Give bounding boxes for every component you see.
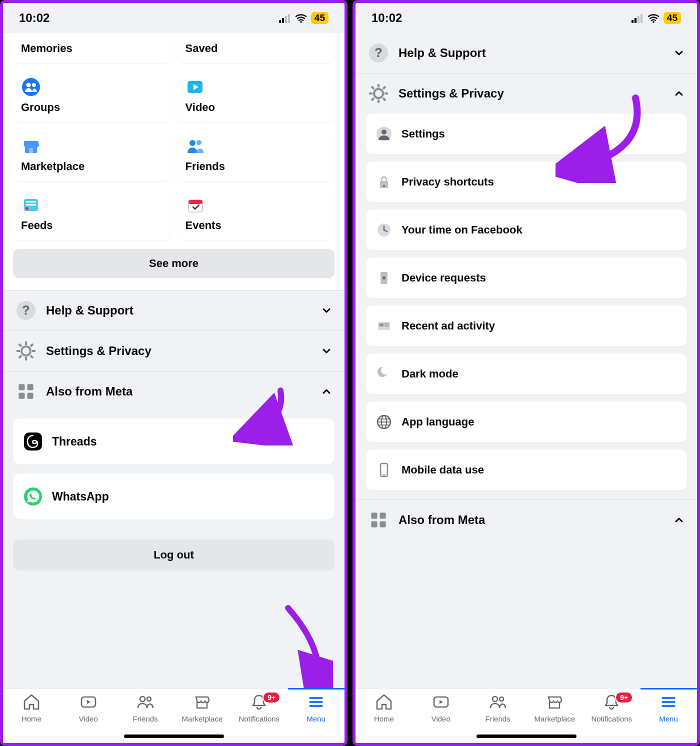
settings-item-mobile-data[interactable]: Mobile data use [366,450,687,490]
menu-icon [306,692,326,712]
status-time: 10:02 [372,11,402,25]
help-icon [15,300,37,322]
mobile-icon [376,462,392,478]
shortcut-marketplace[interactable]: Marketplace [13,129,170,181]
tab-bar: Home Video Friends Marketplace 9+Notific… [356,688,697,743]
moon-icon [376,366,392,382]
video-tab-icon [79,692,98,712]
settings-item-device-requests[interactable]: Device requests [366,258,687,298]
threads-icon [23,432,43,452]
device-icon [376,270,392,286]
cellular-icon [632,13,644,23]
settings-sublist: Settings Privacy shortcuts Your time on … [356,114,697,500]
active-tab-indicator [288,688,344,690]
marketplace-tab-icon [192,692,212,712]
memories-icon [21,34,41,40]
saved-icon [186,34,206,40]
shortcut-grid: Memories Saved Groups Video Marketplace … [3,33,344,249]
settings-item-privacy-shortcuts[interactable]: Privacy shortcuts [366,162,687,202]
avatar-icon [376,126,392,142]
shortcut-friends[interactable]: Friends [178,129,335,181]
shortcut-groups[interactable]: Groups [13,70,170,122]
shortcut-video[interactable]: Video [178,70,335,122]
home-icon [22,692,41,712]
settings-privacy-row[interactable]: Settings & Privacy [3,330,344,371]
help-support-row[interactable]: Help & Support [356,33,697,73]
gear-icon [15,340,37,362]
feeds-icon [21,195,41,215]
tab-menu[interactable]: Menu [288,692,344,742]
meta-item-threads[interactable]: Threads [13,418,334,464]
friends-tab-icon [136,692,155,712]
notification-badge: 9+ [615,692,633,704]
globe-icon [376,414,392,430]
video-icon [186,77,206,97]
shortcut-feeds[interactable]: Feeds [13,188,170,240]
friends-tab-icon [488,692,508,712]
gear-icon [368,82,390,104]
settings-item-settings[interactable]: Settings [366,114,687,154]
shortcut-saved[interactable]: Saved [178,33,335,63]
help-icon [368,42,390,64]
battery-level: 45 [311,12,328,24]
tab-video[interactable]: Video [60,692,117,742]
tab-menu[interactable]: Menu [640,692,697,742]
groups-icon [21,77,41,97]
settings-item-recent-ad[interactable]: Recent ad activity [366,306,687,346]
chevron-up-icon [673,514,685,526]
status-bar: 10:02 45 [356,3,697,33]
chevron-down-icon [673,47,685,59]
shortcut-events[interactable]: Events [178,188,335,240]
screenshot-left: 10:02 45 Memories Saved Groups Video [0,0,348,746]
cellular-icon [279,13,292,23]
also-from-meta-row[interactable]: Also from Meta [356,500,697,540]
battery-level: 45 [664,12,681,24]
ad-icon [376,318,392,334]
tab-video[interactable]: Video [412,692,470,742]
chevron-up-icon [320,386,332,398]
meta-grid-icon [368,509,390,531]
tab-notifications[interactable]: 9+Notifications [583,692,640,742]
events-icon [186,195,206,215]
also-from-meta-row[interactable]: Also from Meta [3,371,344,412]
active-tab-indicator [640,688,697,690]
wifi-icon [295,13,308,23]
marketplace-tab-icon [545,692,564,712]
meta-grid-icon [15,380,37,402]
logout-button[interactable]: Log out [13,540,334,570]
marketplace-icon [21,136,41,156]
home-indicator [124,734,224,738]
status-time: 10:02 [19,11,50,25]
meta-item-whatsapp[interactable]: WhatsApp [13,474,334,520]
settings-item-dark-mode[interactable]: Dark mode [366,354,687,394]
tab-home[interactable]: Home [3,692,60,742]
tab-notifications[interactable]: 9+Notifications [230,692,288,742]
clock-icon [376,222,392,238]
shortcut-memories[interactable]: Memories [13,33,170,63]
settings-item-your-time[interactable]: Your time on Facebook [366,210,687,250]
home-indicator [476,734,576,738]
chevron-down-icon [320,304,332,316]
help-support-row[interactable]: Help & Support [3,290,344,330]
tab-home[interactable]: Home [356,692,412,742]
chevron-down-icon [320,345,332,357]
settings-privacy-row[interactable]: Settings & Privacy [356,73,697,114]
friends-icon [186,136,206,156]
status-bar: 10:02 45 [3,3,344,33]
wifi-icon [648,13,660,23]
lock-icon [376,174,392,190]
screenshot-right: 10:02 45 Help & Support Settings & Priva… [352,0,700,746]
notification-badge: 9+ [262,692,280,704]
chevron-up-icon [673,88,685,100]
settings-item-app-language[interactable]: App language [366,402,687,442]
menu-icon [659,692,678,712]
see-more-button[interactable]: See more [13,249,334,278]
home-icon [374,692,394,712]
tab-bar: Home Video Friends Marketplace 9+Notific… [3,688,344,743]
video-tab-icon [432,692,450,712]
whatsapp-icon [23,486,43,506]
